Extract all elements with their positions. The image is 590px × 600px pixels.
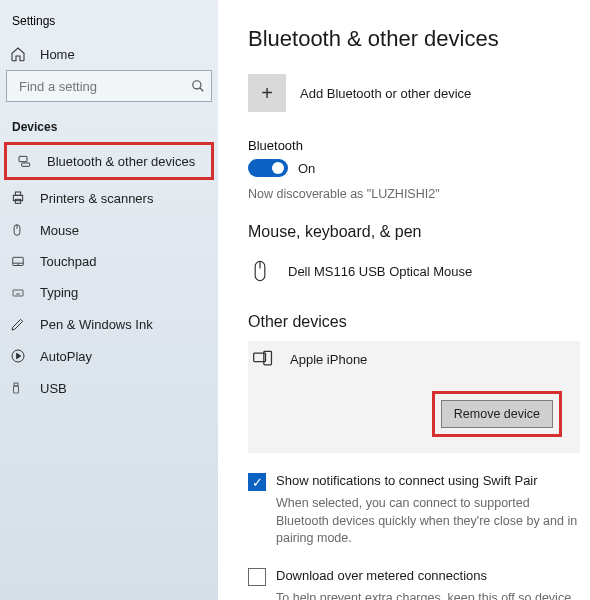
plus-icon: + [248,74,286,112]
bluetooth-toggle[interactable] [248,159,288,177]
sidebar-item-label: Pen & Windows Ink [40,317,153,332]
metered-desc: To help prevent extra charges, keep this… [276,590,582,601]
sidebar-item-printers[interactable]: Printers & scanners [0,182,218,214]
usb-icon [10,380,28,396]
svg-marker-19 [17,353,21,358]
nav-home[interactable]: Home [0,38,218,70]
metered-label: Download over metered connections [276,568,487,583]
device-row-iphone[interactable]: Apple iPhone [248,341,580,377]
device-name: Apple iPhone [290,352,367,367]
swift-pair-desc: When selected, you can connect to suppor… [276,495,582,548]
sidebar-section-label: Devices [0,114,218,140]
metered-checkbox[interactable] [248,568,266,586]
add-device-label: Add Bluetooth or other device [300,86,471,101]
keyboard-icon [10,287,28,299]
device-name: Dell MS116 USB Optical Mouse [288,264,472,279]
svg-rect-20 [14,383,18,386]
sidebar-item-label: Printers & scanners [40,191,153,206]
svg-rect-5 [15,192,20,195]
swift-pair-checkbox[interactable]: ✓ [248,473,266,491]
svg-rect-12 [13,290,23,296]
pen-icon [10,316,28,332]
autoplay-icon [10,348,28,364]
svg-point-0 [193,81,201,89]
sidebar-item-pen[interactable]: Pen & Windows Ink [0,308,218,340]
svg-line-1 [200,88,204,92]
home-icon [10,46,28,62]
sidebar-item-label: Typing [40,285,78,300]
sidebar-item-label: Bluetooth & other devices [47,154,195,169]
printer-icon [10,190,28,206]
bluetooth-devices-icon [17,153,35,169]
phone-icon [252,349,276,369]
sidebar: Settings Home Devices Bluetooth & other … [0,0,218,600]
mouse-device-icon [250,259,274,283]
main-panel: Bluetooth & other devices + Add Bluetoot… [218,0,590,600]
sidebar-item-typing[interactable]: Typing [0,277,218,308]
sidebar-item-autoplay[interactable]: AutoPlay [0,340,218,372]
other-device-panel: Apple iPhone Remove device [248,341,580,453]
sidebar-item-label: Mouse [40,223,79,238]
svg-rect-4 [13,195,22,200]
sidebar-item-label: USB [40,381,67,396]
discoverable-text: Now discoverable as "LUZHISHI2" [248,187,582,201]
svg-rect-21 [14,386,19,393]
nav-home-label: Home [40,47,75,62]
sidebar-item-usb[interactable]: USB [0,372,218,404]
bluetooth-state: On [298,161,315,176]
other-section-title: Other devices [248,313,582,331]
mouse-icon [10,222,28,238]
search-input[interactable] [17,78,191,95]
sidebar-item-label: Touchpad [40,254,96,269]
mouse-section-title: Mouse, keyboard, & pen [248,223,582,241]
device-row-mouse[interactable]: Dell MS116 USB Optical Mouse [248,251,582,291]
page-title: Bluetooth & other devices [248,26,582,52]
add-device-button[interactable]: + Add Bluetooth or other device [248,74,582,112]
search-icon [191,79,205,93]
swift-pair-label: Show notifications to connect using Swif… [276,473,538,488]
app-title: Settings [0,8,218,38]
remove-device-button[interactable]: Remove device [441,400,553,428]
search-input-wrap[interactable] [6,70,212,102]
touchpad-icon [10,255,28,269]
svg-rect-6 [15,199,20,203]
sidebar-item-touchpad[interactable]: Touchpad [0,246,218,277]
sidebar-item-bluetooth[interactable]: Bluetooth & other devices [4,142,214,180]
sidebar-item-label: AutoPlay [40,349,92,364]
sidebar-item-mouse[interactable]: Mouse [0,214,218,246]
svg-rect-2 [19,156,27,161]
svg-rect-3 [22,163,30,166]
bluetooth-label: Bluetooth [248,138,582,153]
